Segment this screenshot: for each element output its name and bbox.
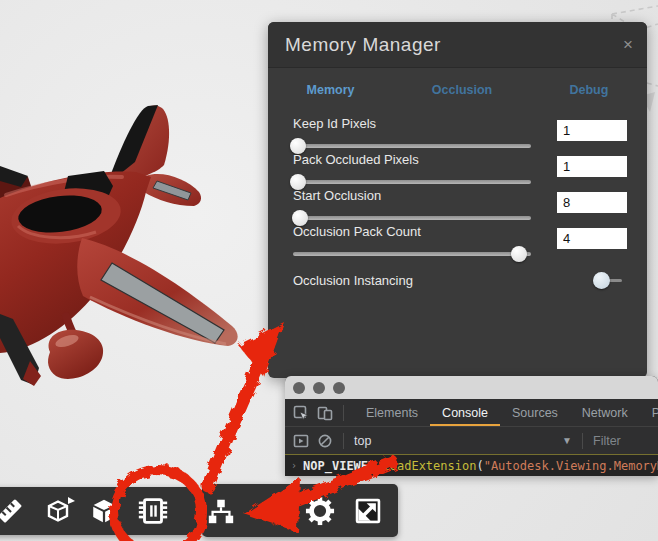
slider-occlusion-pack-count: Occlusion Pack Count — [293, 224, 531, 262]
explode-icon[interactable] — [44, 494, 78, 528]
devtools-tabbar: Elements Console Sources Network Perform — [285, 399, 658, 427]
traffic-light-zoom-icon[interactable] — [333, 382, 345, 394]
slider-thumb[interactable] — [511, 246, 527, 262]
close-icon[interactable]: × — [623, 36, 633, 53]
slider-label: Keep Id Pixels — [293, 116, 531, 131]
divider — [582, 433, 583, 449]
slider-label: Start Occlusion — [293, 188, 531, 203]
tab-console[interactable]: Console — [430, 399, 500, 426]
toggle-knob[interactable] — [593, 272, 610, 289]
devtools-window: Elements Console Sources Network Perform… — [285, 376, 658, 476]
clear-console-icon[interactable] — [317, 433, 333, 449]
filter-input[interactable]: Filter — [593, 434, 621, 448]
panel-titlebar[interactable]: Memory Manager × — [268, 22, 647, 68]
fullscreen-icon[interactable] — [351, 494, 385, 528]
tab-network[interactable]: Network — [570, 399, 640, 426]
start-occlusion-input[interactable] — [557, 192, 627, 213]
slider-start-occlusion: Start Occlusion — [293, 188, 531, 226]
slider-rail[interactable] — [293, 216, 531, 220]
console-input-line[interactable]: › NOP_VIEWER.loadExtension("Autodesk.Vie… — [285, 454, 658, 476]
occlusion-instancing-toggle[interactable] — [593, 272, 623, 289]
tab-occlusion[interactable]: Occlusion — [432, 83, 492, 97]
console-prompt: › — [291, 460, 297, 471]
occlusion-pack-count-input[interactable] — [557, 228, 627, 249]
tab-sources[interactable]: Sources — [500, 399, 570, 426]
traffic-light-close-icon[interactable] — [293, 382, 305, 394]
panel-title: Memory Manager — [285, 34, 623, 56]
context-dropdown[interactable]: top ▼ — [354, 434, 572, 448]
divider — [343, 433, 344, 449]
viewer-toolbar-right — [202, 484, 398, 537]
settings-gear-icon[interactable] — [303, 494, 337, 528]
slider-pack-occluded-pixels: Pack Occluded Pixels — [293, 152, 531, 190]
tab-debug[interactable]: Debug — [569, 83, 608, 97]
console-token-dot: . — [375, 459, 382, 473]
keep-id-pixels-input[interactable] — [557, 120, 627, 141]
slider-label: Occlusion Pack Count — [293, 224, 531, 239]
memory-manager-panel: Memory Manager × Memory Occlusion Debug … — [268, 22, 647, 378]
ruler-icon[interactable] — [0, 494, 27, 528]
traffic-light-minimize-icon[interactable] — [313, 382, 325, 394]
tab-elements[interactable]: Elements — [354, 399, 430, 426]
context-dropdown-value: top — [354, 434, 371, 448]
slider-rail[interactable] — [293, 180, 531, 184]
inspect-element-icon[interactable] — [293, 405, 309, 421]
slider-keep-id-pixels: Keep Id Pixels — [293, 116, 531, 154]
console-token-method: loadExtension — [383, 459, 477, 473]
devtools-titlebar[interactable] — [285, 376, 658, 399]
console-token-object: NOP_VIEWER — [303, 459, 375, 473]
cube-icon[interactable] — [87, 494, 121, 528]
console-token-string: "Autodesk.Viewing.MemoryManag — [484, 459, 658, 473]
viewer-toolbar-left — [0, 487, 198, 535]
console-sidebar-icon[interactable] — [293, 433, 309, 449]
pack-occluded-pixels-input[interactable] — [557, 156, 627, 177]
slider-label: Pack Occluded Pixels — [293, 152, 531, 167]
viewer-window: Memory Manager × Memory Occlusion Debug … — [0, 0, 658, 541]
memory-chip-icon[interactable] — [136, 494, 170, 528]
slider-rail[interactable] — [293, 144, 531, 148]
tab-memory[interactable]: Memory — [307, 83, 355, 97]
slider-rail[interactable] — [293, 252, 531, 256]
occlusion-instancing-row: Occlusion Instancing — [293, 272, 623, 289]
hierarchy-icon[interactable] — [204, 494, 238, 528]
divider — [343, 405, 344, 421]
device-toolbar-icon[interactable] — [317, 405, 333, 421]
chevron-down-icon: ▼ — [562, 435, 572, 446]
slider[interactable] — [293, 246, 531, 262]
tab-performance[interactable]: Perform — [640, 399, 658, 426]
devtools-console-toolbar: top ▼ Filter — [285, 427, 658, 454]
panel-tabs: Memory Occlusion Debug — [268, 70, 647, 110]
console-token-paren: ( — [476, 459, 483, 473]
toggle-label: Occlusion Instancing — [293, 273, 593, 288]
